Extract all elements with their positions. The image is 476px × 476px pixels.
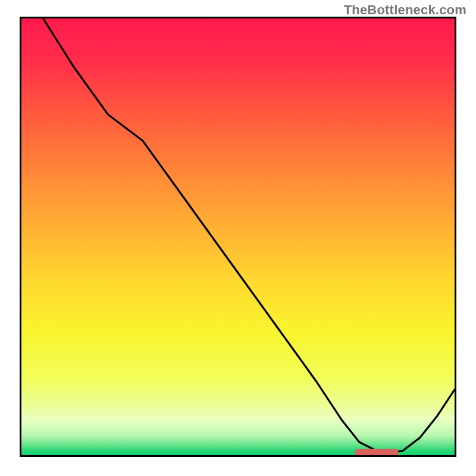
chart-stage: TheBottleneck.com — [0, 0, 476, 476]
plot-svg — [21, 18, 455, 455]
plot-area — [20, 17, 456, 457]
watermark-text: TheBottleneck.com — [344, 2, 466, 18]
highlight-marker — [355, 449, 399, 455]
